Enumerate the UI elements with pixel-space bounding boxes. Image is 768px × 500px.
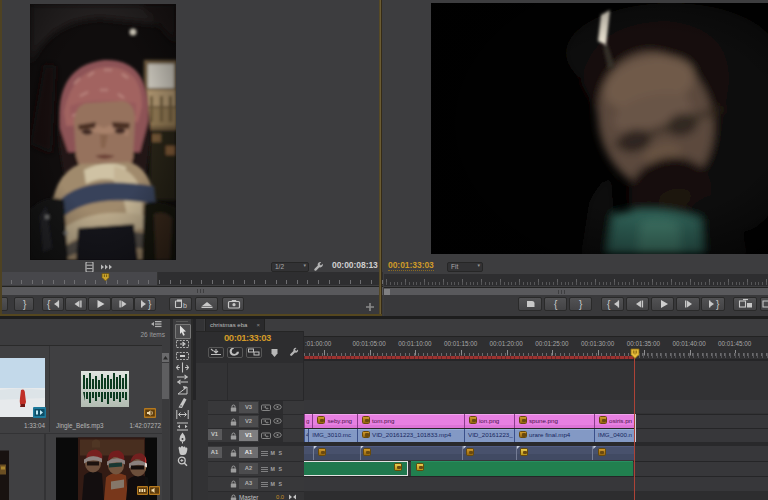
svg-text:}: } [716, 299, 720, 310]
svg-text:}: } [148, 299, 152, 310]
svg-text:}: } [23, 299, 27, 310]
svg-text:}: } [579, 299, 583, 310]
svg-text:{: { [47, 299, 51, 310]
svg-text:{: { [554, 299, 558, 310]
svg-text:{: { [607, 299, 611, 310]
svg-text:b: b [183, 302, 187, 309]
